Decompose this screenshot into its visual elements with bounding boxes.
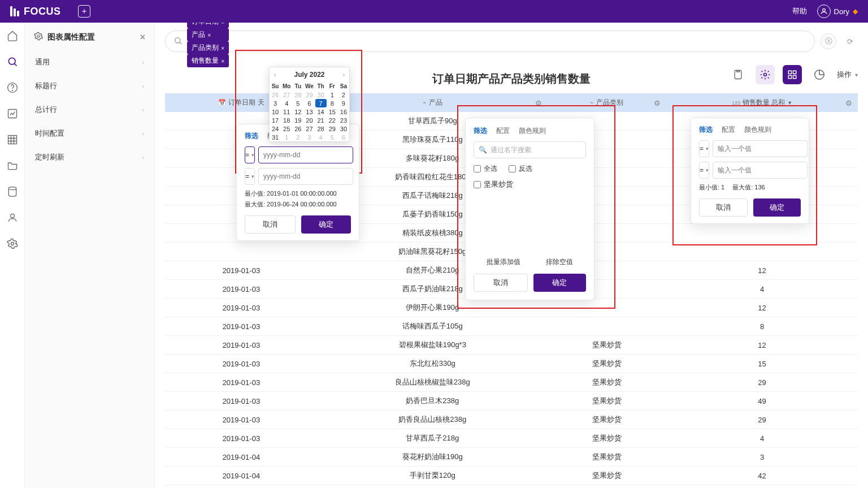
svg-point-0 [822,8,825,11]
user-menu[interactable]: Dory ◆ [817,5,858,18]
avatar-icon [817,5,831,18]
new-button[interactable]: ＋ [78,5,90,18]
top-bar: FOCUS ＋ 帮助 Dory ◆ [0,0,868,23]
premium-icon: ◆ [853,7,858,15]
brand-text: FOCUS [24,6,61,18]
user-name: Dory [834,7,849,16]
help-link[interactable]: 帮助 [792,6,807,16]
app-logo[interactable]: FOCUS [10,6,61,18]
logo-icon [10,6,20,16]
